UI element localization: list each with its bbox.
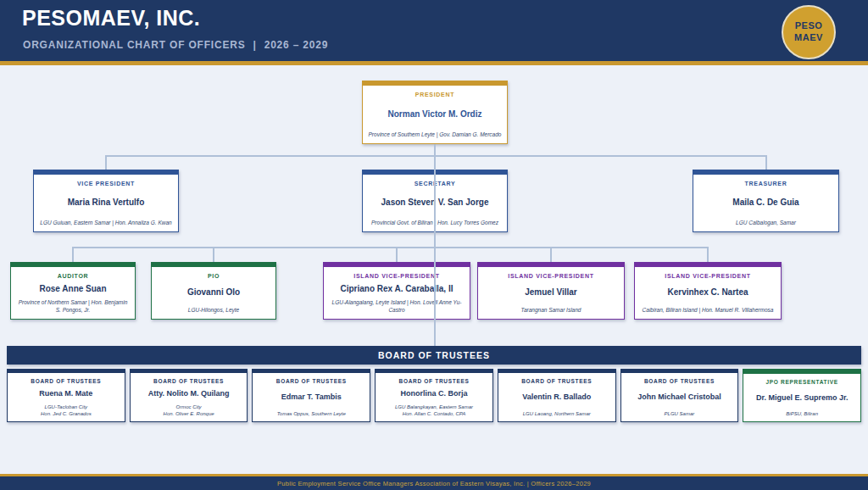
org-box-jpo-representative: JPO REPRESENTATIVE Dr. Miguel E. Supremo…: [743, 369, 861, 422]
detail-line-2: Hon. Allan C. Contado, CPA: [395, 410, 473, 417]
role-label: BOARD OF TRUSTEES: [31, 378, 101, 384]
role-label: PIO: [208, 273, 220, 279]
connector-row2-horizontal: [105, 155, 766, 157]
logo-text-line1: PESO: [795, 20, 823, 32]
org-box-president: PRESIDENT Norman Victor M. Ordiz Provinc…: [362, 81, 508, 144]
header-gold-rule: [0, 61, 868, 65]
officer-detail: Province of Southern Leyte | Gov. Damian…: [369, 131, 502, 138]
detail-line-1: LGU Laoang, Northern Samar: [523, 410, 591, 417]
officer-name: Honorlina C. Borja: [401, 389, 468, 398]
officer-detail: LGU Laoang, Northern Samar: [523, 410, 591, 417]
role-label: ISLAND VICE-PRESIDENT: [665, 273, 750, 279]
org-box-island-vp-leyte: ISLAND VICE-PRESIDENT Cipriano Rex A. Ca…: [323, 262, 470, 320]
detail-line-1: Tomas Oppus, Southern Leyte: [277, 410, 346, 417]
officer-name: Rose Anne Suan: [39, 284, 106, 293]
peso-maev-logo: PESO MAEV: [782, 5, 836, 59]
detail-line-1: Ormoc City: [164, 404, 214, 410]
org-box-trustee-3: BOARD OF TRUSTEES Edmar T. Tambis Tomas …: [252, 369, 370, 422]
officer-detail: LGU Calbalogan, Samar: [736, 219, 796, 226]
subtitle-divider: |: [253, 39, 256, 51]
connector-auditor-drop: [72, 247, 74, 263]
detail-line-1: PLGU Samar: [665, 410, 695, 417]
role-label: JPO REPRESENTATIVE: [766, 379, 838, 385]
org-box-island-vp-biliran: ISLAND VICE-PRESIDENT Kervinhex C. Narte…: [634, 262, 782, 320]
officer-name: Valentin R. Ballado: [522, 393, 591, 401]
connector-ivp3-drop: [707, 247, 709, 263]
officer-name: Dr. Miguel E. Supremo Jr.: [756, 393, 849, 402]
role-label: PRESIDENT: [415, 92, 454, 97]
org-box-trustee-6: BOARD OF TRUSTEES John Michael Cristobal…: [620, 369, 739, 422]
officer-detail: Tomas Oppus, Southern Leyte: [277, 410, 346, 417]
trustees-row: BOARD OF TRUSTEES Ruena M. Mate LGU-Tacl…: [7, 369, 861, 422]
officer-name: Maria Rina Vertulfo: [68, 198, 145, 207]
officer-detail: Ormoc City Hon. Oliver E. Ronque: [164, 404, 214, 417]
footer-text: Public Employment Service Office Manager…: [277, 480, 591, 487]
subtitle-text: ORGANIZATIONAL CHART OF OFFICERS: [23, 39, 245, 51]
role-label: VICE PRESIDENT: [77, 181, 135, 187]
detail-line-1: BiPSU, Biliran: [786, 410, 818, 417]
role-label: ISLAND VICE-PRESIDENT: [508, 273, 593, 279]
officer-name: Giovanni Olo: [187, 287, 240, 297]
officer-detail: Province of Northern Samar | Hon. Benjam…: [16, 298, 130, 314]
org-box-auditor: AUDITOR Rose Anne Suan Province of North…: [10, 262, 136, 320]
role-label: BOARD OF TRUSTEES: [153, 378, 224, 384]
officer-detail: BiPSU, Biliran: [786, 410, 818, 417]
board-of-trustees-banner: BOARD OF TRUSTEES: [7, 346, 861, 365]
connector-row3-horizontal: [73, 247, 708, 248]
connector-vp-drop: [105, 155, 107, 170]
term-label: 2026 – 2029: [264, 39, 329, 51]
officer-detail: LGU-Tacloban City Hon. Jed C. Granados: [41, 404, 92, 417]
officer-name: Kervinhex C. Nartea: [667, 287, 748, 297]
role-label: BOARD OF TRUSTEES: [276, 378, 347, 384]
org-box-vice-president: VICE PRESIDENT Maria Rina Vertulfo LGU G…: [33, 170, 179, 232]
officer-name: Jemuel Villar: [525, 287, 577, 297]
officer-detail: LGU-Hilongos, Leyte: [188, 306, 239, 314]
detail-line-1: LGU Balangkayan, Eastern Samar: [395, 404, 473, 410]
role-label: BOARD OF TRUSTEES: [398, 378, 469, 384]
connector-ivp1-drop: [396, 247, 398, 263]
org-box-treasurer: TREASURER Maila C. De Guia LGU Calbaloga…: [693, 170, 839, 232]
officer-name: Atty. Nolito M. Quilang: [148, 389, 230, 398]
connector-treasurer-drop: [765, 155, 767, 170]
role-label: TREASURER: [745, 181, 787, 187]
org-box-trustee-4: BOARD OF TRUSTEES Honorlina C. Borja LGU…: [375, 369, 493, 422]
officer-detail: LGU-Alangalang, Leyte Island | Hon. Love…: [329, 298, 465, 314]
officer-name: Ruena M. Mate: [39, 389, 92, 398]
connector-ivp2-drop: [550, 247, 552, 263]
page-subtitle: ORGANIZATIONAL CHART OF OFFICERS | 2026 …: [23, 39, 328, 51]
footer-bar: Public Employment Service Office Manager…: [0, 476, 868, 490]
role-label: ISLAND VICE-PRESIDENT: [353, 273, 439, 279]
detail-line-2: Hon. Jed C. Granados: [41, 410, 92, 417]
role-label: BOARD OF TRUSTEES: [644, 378, 715, 384]
officer-name: Cipriano Rex A. Caraballa, II: [340, 284, 453, 293]
page-title: PESOMAEV, INC.: [22, 6, 200, 31]
logo-text-line2: MAEV: [794, 32, 823, 44]
detail-line-2: Hon. Oliver E. Ronque: [164, 410, 214, 417]
role-label: AUDITOR: [58, 273, 89, 279]
org-box-trustee-5: BOARD OF TRUSTEES Valentin R. Ballado LG…: [498, 369, 616, 422]
officer-name: Norman Victor M. Ordiz: [388, 109, 482, 119]
org-box-trustee-1: BOARD OF TRUSTEES Ruena M. Mate LGU-Tacl…: [7, 369, 125, 422]
connector-pio-drop: [213, 247, 214, 263]
detail-line-1: LGU-Tacloban City: [41, 404, 92, 410]
connector-center-vertical: [434, 144, 436, 346]
officer-detail: PLGU Samar: [665, 410, 695, 417]
org-box-pio: PIO Giovanni Olo LGU-Hilongos, Leyte: [151, 262, 276, 320]
officer-detail: LGU Balangkayan, Eastern Samar Hon. Alla…: [395, 404, 473, 417]
officer-name: Maila C. De Guia: [732, 198, 798, 207]
org-box-island-vp-samar: ISLAND VICE-PRESIDENT Jemuel Villar Tara…: [477, 262, 625, 320]
org-box-trustee-2: BOARD OF TRUSTEES Atty. Nolito M. Quilan…: [130, 369, 248, 422]
officer-name: John Michael Cristobal: [637, 393, 721, 401]
officer-name: Edmar T. Tambis: [281, 393, 342, 401]
officer-detail: LGU Guiuan, Eastern Samar | Hon. Annaliz…: [40, 219, 171, 226]
role-label: BOARD OF TRUSTEES: [521, 378, 592, 384]
org-chart-slide: PESOMAEV, INC. ORGANIZATIONAL CHART OF O…: [0, 0, 868, 490]
officer-detail: Caibiran, Biliran Island | Hon. Manuel R…: [643, 306, 774, 314]
officer-detail: Tarangnan Samar Island: [521, 306, 581, 314]
